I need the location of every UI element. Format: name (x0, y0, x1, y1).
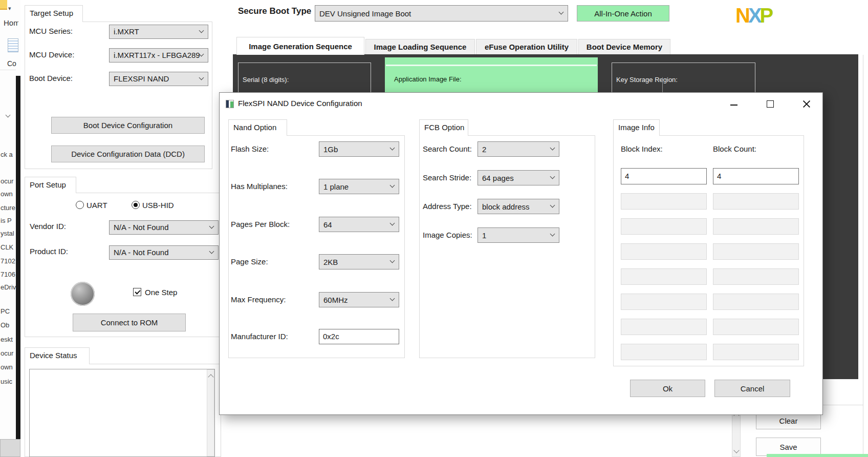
explorer-nav-item[interactable]: 7102 (1, 257, 16, 266)
flexspi-nand-configuration-dialog: FlexSPI NAND Device Configuration Nand O… (219, 92, 823, 415)
chevron-down-icon (209, 224, 214, 229)
explorer-nav-item[interactable]: eDriv (1, 283, 16, 292)
explorer-nav-item[interactable]: PC (1, 307, 16, 316)
explorer-nav-item[interactable]: cture (1, 204, 16, 213)
mcu-series-combo[interactable]: i.MXRT (109, 25, 208, 39)
max-frequency-value: 60MHz (323, 296, 348, 304)
folder-icon (0, 0, 7, 10)
nand-option-group (228, 135, 405, 358)
address-type-combo[interactable]: block address (478, 199, 559, 214)
copy-document-icon[interactable] (8, 38, 18, 52)
explorer-nav-item[interactable]: is P (1, 217, 16, 225)
chevron-down-icon (390, 258, 395, 263)
explorer-home-tab[interactable]: Hom (4, 18, 18, 27)
pages-per-block-combo[interactable]: 64 (319, 217, 399, 232)
explorer-nav-item[interactable]: ystal (1, 230, 16, 238)
max-frequency-label: Max Frequency: (231, 295, 286, 304)
tab-efuse-operation-utility[interactable]: eFuse Operation Utility (476, 39, 577, 54)
explorer-nav-item[interactable]: ck a (1, 151, 16, 159)
search-stride-combo[interactable]: 64 pages (478, 170, 559, 185)
page-size-label: Page Size: (231, 257, 268, 266)
boot-device-combo[interactable]: FLEXSPI NAND (109, 72, 208, 86)
has-multiplanes-value: 1 plane (323, 182, 349, 191)
boot-device-configuration-button[interactable]: Boot Device Configuration (51, 117, 205, 134)
image-copies-combo[interactable]: 1 (478, 227, 559, 243)
block-count-input[interactable]: 4 (713, 168, 799, 184)
nxp-logo: NXP (735, 4, 771, 27)
secure-boot-type-combo[interactable]: DEV Unsigned Image Boot (315, 5, 568, 22)
minimize-button[interactable] (726, 98, 742, 111)
has-multiplanes-combo[interactable]: 1 plane (319, 179, 399, 194)
explorer-nav-item[interactable]: eskt (1, 336, 16, 344)
product-id-combo[interactable]: N/A - Not Found (109, 245, 219, 260)
explorer-nav-item[interactable]: ocur (1, 349, 16, 358)
secure-boot-type-value: DEV Unsigned Image Boot (319, 9, 411, 18)
minimize-icon (730, 105, 737, 106)
scroll-up-icon[interactable] (208, 374, 213, 380)
tab-image-generation-sequence[interactable]: Image Generation Sequence (236, 37, 364, 55)
explorer-nav-item[interactable]: ocur (1, 177, 16, 186)
block-index-input (621, 193, 707, 210)
maximize-button[interactable] (763, 98, 778, 111)
fcb-option-group (419, 135, 595, 358)
block-count-input (713, 268, 799, 285)
block-index-header: Block Index: (621, 144, 663, 153)
block-index-input[interactable]: 4 (621, 168, 707, 184)
flash-size-combo[interactable]: 1Gb (319, 141, 399, 157)
usb-hid-radio[interactable] (132, 201, 140, 209)
mcu-device-value: i.MXRT117x - LFBGA289 (114, 51, 200, 59)
vendor-id-combo[interactable]: N/A - Not Found (109, 220, 219, 235)
explorer-nav-item[interactable]: 7106 (1, 271, 16, 279)
group-tab-image-info: Image Info (613, 119, 660, 136)
explorer-nav-item[interactable]: own (1, 363, 16, 372)
scroll-down-icon[interactable] (733, 447, 739, 453)
search-stride-value: 64 pages (482, 174, 514, 182)
device-status-textarea[interactable] (29, 369, 215, 457)
close-button[interactable] (798, 98, 814, 111)
uart-radio[interactable] (76, 201, 84, 209)
connect-to-rom-button[interactable]: Connect to ROM (73, 314, 186, 331)
page-size-combo[interactable]: 2KB (319, 254, 399, 269)
application-image-divider (386, 65, 597, 66)
cancel-button[interactable]: Cancel (714, 380, 790, 397)
manufacturer-id-input[interactable]: 0x2c (319, 329, 399, 344)
all-in-one-action-button[interactable]: All-In-One Action (577, 5, 669, 22)
max-frequency-combo[interactable]: 60MHz (319, 292, 399, 307)
mcu-device-combo[interactable]: i.MXRT117x - LFBGA289 (109, 48, 208, 63)
pages-per-block-label: Pages Per Block: (231, 220, 290, 228)
ok-button[interactable]: Ok (630, 380, 705, 397)
address-type-value: block address (482, 202, 530, 211)
block-index-input (621, 243, 707, 260)
nav-collapse-chevron-icon[interactable] (6, 113, 11, 118)
log-group-border (823, 405, 863, 405)
block-index-input (621, 344, 707, 360)
search-stride-label: Search Stride: (423, 173, 471, 182)
block-count-input (713, 218, 799, 235)
nxp-logo-p: P (760, 4, 772, 27)
explorer-nav-item[interactable]: CLK (1, 243, 16, 252)
mcu-series-value: i.MXRT (114, 27, 139, 36)
one-step-checkbox[interactable] (133, 288, 141, 296)
search-count-value: 2 (482, 145, 486, 154)
explorer-nav-item[interactable]: usic (1, 378, 16, 386)
quick-access-arrow-icon[interactable]: ▾ (8, 5, 11, 12)
search-count-combo[interactable]: 2 (478, 141, 559, 157)
chevron-down-icon (550, 174, 555, 179)
log-scrollbar[interactable] (732, 408, 741, 457)
explorer-copy-label: Co (7, 59, 16, 68)
explorer-nav-item[interactable]: own (1, 190, 16, 199)
key-storage-label: Key Storage Region: (616, 76, 678, 84)
log-save-button[interactable]: Save (756, 438, 821, 456)
block-index-input (621, 218, 707, 235)
device-status-scrollbar[interactable] (207, 369, 214, 456)
explorer-nav-item[interactable]: Ob (1, 321, 16, 330)
screen: ▾ Hom Co ck a ocur own cture is P ystal … (0, 0, 868, 457)
tab-boot-device-memory[interactable]: Boot Device Memory (578, 39, 670, 54)
chevron-down-icon (209, 249, 214, 254)
mcu-series-label: MCU Series: (29, 27, 73, 35)
uart-radio-label: UART (86, 201, 107, 210)
tab-image-loading-sequence[interactable]: Image Loading Sequence (365, 39, 475, 54)
chevron-down-icon (550, 203, 555, 208)
device-configuration-data-button[interactable]: Device Configuration Data (DCD) (51, 146, 205, 162)
app-window-edge (16, 76, 20, 439)
